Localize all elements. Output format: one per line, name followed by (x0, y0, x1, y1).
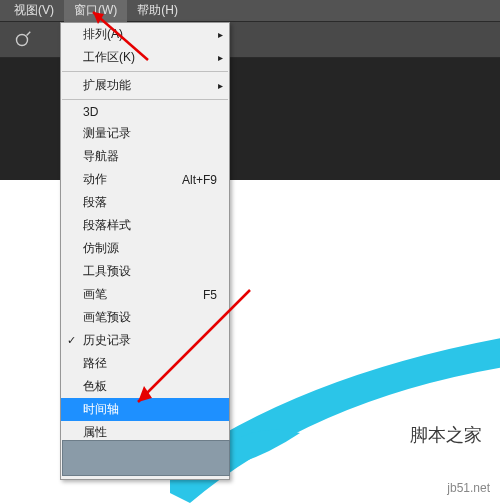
menu-item-tool-presets[interactable]: 工具预设 (61, 260, 229, 283)
menu-divider (62, 71, 228, 72)
menu-item-actions[interactable]: 动作Alt+F9 (61, 168, 229, 191)
menu-item-paragraph[interactable]: 段落 (61, 191, 229, 214)
menu-item-extensions[interactable]: 扩展功能▸ (61, 74, 229, 97)
shortcut-label: F5 (203, 288, 217, 302)
submenu-arrow-icon: ▸ (218, 80, 223, 91)
menu-item-workspace[interactable]: 工作区(K)▸ (61, 46, 229, 69)
svg-line-1 (27, 31, 31, 35)
site-name-label: 脚本之家 (410, 423, 482, 447)
menu-help[interactable]: 帮助(H) (127, 0, 188, 22)
menu-item-paths[interactable]: 路径 (61, 352, 229, 375)
menubar: 视图(V) 窗口(W) 帮助(H) (0, 0, 500, 22)
menu-item-measurement[interactable]: 测量记录 (61, 122, 229, 145)
menu-item-navigator[interactable]: 导航器 (61, 145, 229, 168)
shortcut-label: Alt+F9 (182, 173, 217, 187)
menu-item-brush[interactable]: 画笔F5 (61, 283, 229, 306)
menu-item-paragraph-styles[interactable]: 段落样式 (61, 214, 229, 237)
menu-item-swatches[interactable]: 色板 (61, 375, 229, 398)
menu-item-timeline[interactable]: 时间轴 (61, 398, 229, 421)
menu-item-brush-presets[interactable]: 画笔预设 (61, 306, 229, 329)
window-menu-dropdown: 排列(A)▸ 工作区(K)▸ 扩展功能▸ 3D 测量记录 导航器 动作Alt+F… (60, 22, 230, 480)
menu-item-3d[interactable]: 3D (61, 102, 229, 122)
menu-divider (62, 99, 228, 100)
check-icon: ✓ (67, 334, 76, 347)
menu-item-arrange[interactable]: 排列(A)▸ (61, 23, 229, 46)
svg-point-0 (17, 34, 28, 45)
submenu-arrow-icon: ▸ (218, 52, 223, 63)
submenu-arrow-icon: ▸ (218, 29, 223, 40)
annotation-overlay (62, 440, 230, 476)
menu-item-history[interactable]: ✓历史记录 (61, 329, 229, 352)
menu-view[interactable]: 视图(V) (4, 0, 64, 22)
brush-tool-icon[interactable] (10, 28, 34, 52)
watermark-label: jb51.net (447, 481, 490, 495)
menu-item-clone-source[interactable]: 仿制源 (61, 237, 229, 260)
menu-window[interactable]: 窗口(W) (64, 0, 127, 22)
